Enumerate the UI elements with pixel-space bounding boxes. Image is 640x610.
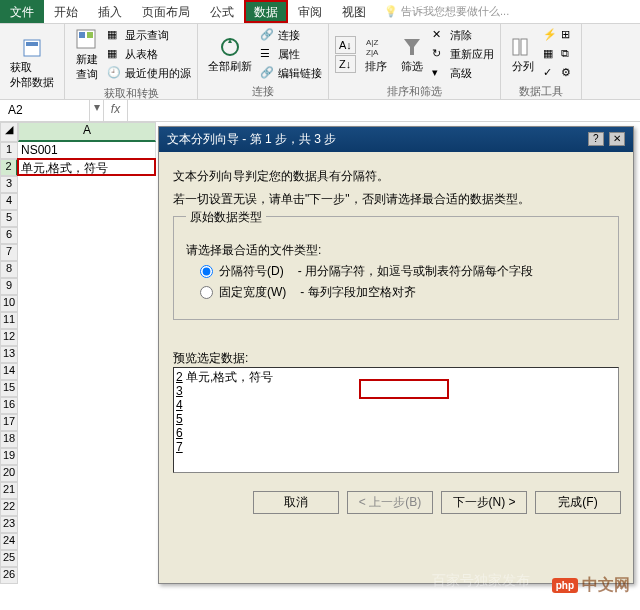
row-header-2[interactable]: 2	[0, 159, 18, 176]
get-external-data-button[interactable]: 获取 外部数据	[6, 26, 58, 99]
row-header[interactable]: 26	[0, 567, 18, 584]
tab-view[interactable]: 视图	[332, 0, 376, 23]
back-button[interactable]: < 上一步(B)	[347, 491, 433, 514]
reapply-button[interactable]: ↻重新应用	[432, 45, 494, 63]
radio-delimited-label[interactable]: 分隔符号(D)	[219, 263, 284, 280]
group-label-conn: 连接	[204, 82, 322, 101]
name-box-dropdown[interactable]: ▾	[90, 100, 104, 121]
tab-layout[interactable]: 页面布局	[132, 0, 200, 23]
cell-a1[interactable]: NS001	[18, 142, 156, 159]
recent-sources-button[interactable]: 🕘最近使用的源	[107, 64, 191, 82]
consolidate-button[interactable]: ⊞	[561, 26, 575, 44]
group-label-sort: 排序和筛选	[335, 82, 494, 101]
row-header[interactable]: 22	[0, 499, 18, 516]
database-icon	[20, 36, 44, 60]
row-headers: 1 2 3 4 5 6 7 8 9 10 11 12 13 14 15 16 1…	[0, 142, 18, 584]
table-icon: ▦	[107, 28, 121, 42]
radio-delimited-desc: - 用分隔字符，如逗号或制表符分隔每个字段	[298, 263, 533, 280]
select-all-corner[interactable]: ◢	[0, 122, 18, 142]
remove-dup-button[interactable]: ▦	[543, 45, 557, 63]
relations-button[interactable]: ⧉	[561, 45, 575, 63]
clear-filter-button[interactable]: ✕清除	[432, 26, 494, 44]
new-query-button[interactable]: 新建 查询	[71, 26, 103, 84]
row-header[interactable]: 14	[0, 363, 18, 380]
tab-review[interactable]: 审阅	[288, 0, 332, 23]
row-header[interactable]: 4	[0, 193, 18, 210]
tab-home[interactable]: 开始	[44, 0, 88, 23]
text-to-columns-button[interactable]: 分列	[507, 26, 539, 82]
row-header[interactable]: 7	[0, 244, 18, 261]
tab-insert[interactable]: 插入	[88, 0, 132, 23]
ribbon-tabs: 文件 开始 插入 页面布局 公式 数据 审阅 视图 告诉我您想要做什么...	[0, 0, 640, 24]
manage-button[interactable]: ⚙	[561, 64, 575, 82]
refresh-icon	[218, 35, 242, 59]
choose-label: 请选择最合适的文件类型:	[186, 242, 606, 259]
row-header[interactable]: 13	[0, 346, 18, 363]
radio-delimited[interactable]	[200, 265, 213, 278]
formula-input[interactable]	[128, 100, 640, 121]
from-table-button[interactable]: ▦从表格	[107, 45, 191, 63]
cancel-button[interactable]: 取消	[253, 491, 339, 514]
next-button[interactable]: 下一步(N) >	[441, 491, 527, 514]
reapply-icon: ↻	[432, 47, 446, 61]
tab-file[interactable]: 文件	[0, 0, 44, 23]
sort-button[interactable]: A|ZZ|A 排序	[360, 26, 392, 82]
row-header[interactable]: 19	[0, 448, 18, 465]
row-header[interactable]: 12	[0, 329, 18, 346]
advanced-filter-button[interactable]: ▾高级	[432, 64, 494, 82]
row-header[interactable]: 15	[0, 380, 18, 397]
finish-button[interactable]: 完成(F)	[535, 491, 621, 514]
row-header[interactable]: 25	[0, 550, 18, 567]
row-header[interactable]: 17	[0, 414, 18, 431]
merge-icon: ⊞	[561, 28, 575, 42]
row-header[interactable]: 20	[0, 465, 18, 482]
text-to-columns-wizard: 文本分列向导 - 第 1 步，共 3 步 ? ✕ 文本分列向导判定您的数据具有分…	[158, 126, 634, 584]
row-header[interactable]: 9	[0, 278, 18, 295]
edit-link-icon: 🔗	[260, 66, 274, 80]
row-header[interactable]: 23	[0, 516, 18, 533]
svg-rect-9	[521, 39, 527, 55]
tab-data[interactable]: 数据	[244, 0, 288, 23]
grid-icon: ▦	[107, 47, 121, 61]
wizard-desc-2: 若一切设置无误，请单击"下一步"，否则请选择最合适的数据类型。	[173, 191, 619, 208]
data-val-button[interactable]: ✓	[543, 64, 557, 82]
row-header[interactable]: 18	[0, 431, 18, 448]
refresh-all-button[interactable]: 全部刷新	[204, 26, 256, 82]
row-header[interactable]: 11	[0, 312, 18, 329]
row-header[interactable]: 24	[0, 533, 18, 550]
wizard-titlebar[interactable]: 文本分列向导 - 第 1 步，共 3 步 ? ✕	[159, 127, 633, 152]
row-header-1[interactable]: 1	[0, 142, 18, 159]
properties-button[interactable]: ☰属性	[260, 45, 322, 63]
filter-button[interactable]: 筛选	[396, 26, 428, 82]
name-box-input[interactable]	[6, 102, 83, 118]
close-button[interactable]: ✕	[609, 132, 625, 146]
row-header[interactable]: 8	[0, 261, 18, 278]
help-button[interactable]: ?	[588, 132, 604, 146]
columns-icon	[511, 35, 535, 59]
tab-formulas[interactable]: 公式	[200, 0, 244, 23]
cell-a2[interactable]: 单元,格式，符号	[18, 159, 156, 176]
preview-box[interactable]: 2单元,格式，符号 3 4 5 6 7	[173, 367, 619, 473]
show-queries-button[interactable]: ▦显示查询	[107, 26, 191, 44]
row-header[interactable]: 5	[0, 210, 18, 227]
formula-bar: ▾ fx	[0, 100, 640, 122]
edit-links-button[interactable]: 🔗编辑链接	[260, 64, 322, 82]
fx-button[interactable]: fx	[104, 100, 128, 121]
row-header[interactable]: 16	[0, 397, 18, 414]
connections-button[interactable]: 🔗连接	[260, 26, 322, 44]
row-header[interactable]: 3	[0, 176, 18, 193]
sort-az-button[interactable]: A↓	[335, 36, 356, 54]
group-label-tools: 数据工具	[507, 82, 575, 101]
row-header[interactable]: 10	[0, 295, 18, 312]
flash-fill-button[interactable]: ⚡	[543, 26, 557, 44]
tell-me[interactable]: 告诉我您想要做什么...	[376, 0, 517, 23]
name-box[interactable]	[0, 100, 90, 121]
radio-fixed[interactable]	[200, 286, 213, 299]
col-header-a[interactable]: A	[18, 122, 156, 142]
row-header[interactable]: 6	[0, 227, 18, 244]
sort-za-button[interactable]: Z↓	[335, 55, 356, 73]
radio-fixed-label[interactable]: 固定宽度(W)	[219, 284, 286, 301]
recent-icon: 🕘	[107, 66, 121, 80]
ribbon: 获取 外部数据 新建 查询 ▦显示查询 ▦从表格 🕘最近使用的源 获取和转换 全…	[0, 24, 640, 100]
row-header[interactable]: 21	[0, 482, 18, 499]
